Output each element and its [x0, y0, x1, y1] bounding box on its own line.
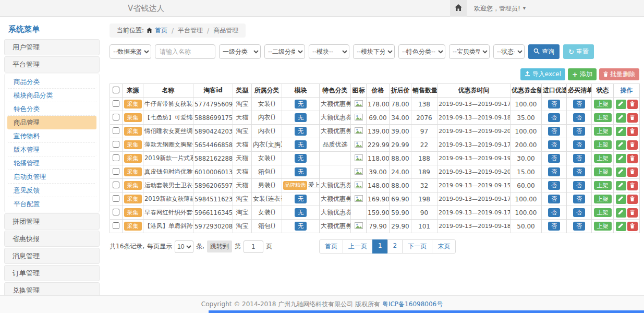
edit-button[interactable] — [616, 140, 626, 150]
delete-button[interactable] — [627, 113, 638, 123]
edit-button[interactable] — [616, 167, 626, 177]
sidebar-item-商品管理[interactable]: 商品管理 — [7, 116, 96, 129]
row-checkbox[interactable] — [113, 222, 119, 229]
select-all-checkbox[interactable] — [113, 87, 119, 93]
must-buy-badge[interactable]: 否 — [573, 208, 585, 218]
filter-select-7[interactable]: --宝贝类型-- — [449, 44, 490, 59]
sidebar-item-启动页管理[interactable]: 启动页管理 — [7, 170, 96, 184]
sidebar-item-商品分类[interactable]: 商品分类 — [7, 75, 96, 89]
status-badge[interactable]: 上架 — [594, 167, 612, 177]
row-checkbox[interactable] — [113, 195, 119, 202]
sidebar-group-兑换管理[interactable]: 兑换管理 — [4, 282, 100, 295]
status-badge[interactable]: 上架 — [594, 113, 612, 123]
delete-button[interactable] — [627, 195, 638, 204]
delete-button[interactable] — [627, 100, 638, 109]
row-checkbox[interactable] — [113, 141, 119, 148]
edit-button[interactable] — [616, 154, 626, 163]
status-badge[interactable]: 上架 — [594, 127, 612, 136]
page-button-2[interactable]: 2 — [387, 239, 403, 254]
filter-select-3[interactable]: --二级分类-- — [264, 44, 305, 59]
filter-select-4[interactable]: --模块-- — [309, 44, 349, 59]
jump-to-button[interactable]: 跳转到 — [207, 240, 232, 252]
module-badge[interactable]: 无 — [295, 100, 307, 109]
must-buy-badge[interactable]: 否 — [573, 100, 585, 109]
source-badge[interactable]: 采集 — [124, 154, 142, 163]
must-buy-badge[interactable]: 否 — [573, 127, 585, 136]
must-buy-badge[interactable]: 否 — [573, 140, 585, 150]
row-checkbox[interactable] — [113, 209, 119, 215]
import-select-badge[interactable]: 否 — [548, 195, 560, 204]
batch-delete-button[interactable]: 批量删除 — [599, 68, 639, 80]
per-page-select[interactable]: 10 — [175, 240, 193, 253]
status-badge[interactable]: 上架 — [594, 181, 612, 190]
import-select-badge[interactable]: 否 — [548, 208, 560, 218]
name-search-input[interactable] — [155, 44, 215, 59]
source-badge[interactable]: 采集 — [124, 222, 142, 231]
search-button[interactable]: 查询 — [528, 44, 560, 59]
delete-button[interactable] — [627, 208, 638, 218]
edit-button[interactable] — [616, 181, 626, 190]
module-badge[interactable]: 无 — [295, 154, 307, 163]
filter-select-2[interactable]: 一级分类 — [219, 44, 261, 59]
add-button[interactable]: + 添加 — [568, 68, 597, 80]
page-button-1[interactable]: 1 — [372, 239, 388, 254]
breadcrumb-home-link[interactable]: 首页 — [155, 26, 167, 35]
must-buy-badge[interactable]: 否 — [573, 113, 585, 123]
status-badge[interactable]: 上架 — [594, 208, 612, 218]
page-number-input[interactable] — [244, 240, 263, 253]
row-checkbox[interactable] — [113, 154, 119, 161]
source-badge[interactable]: 采集 — [124, 113, 142, 123]
filter-select-8[interactable]: --状态-- — [493, 44, 525, 59]
delete-button[interactable] — [627, 181, 638, 190]
sidebar-group-用户管理[interactable]: 用户管理 — [4, 39, 100, 55]
filter-select-5[interactable]: --模块下分类-- — [353, 44, 395, 59]
source-badge[interactable]: 采集 — [124, 127, 142, 136]
page-button-末页[interactable]: 末页 — [432, 239, 456, 254]
edit-button[interactable] — [616, 127, 626, 136]
page-button-下一页[interactable]: 下一页 — [402, 239, 432, 254]
sidebar-group-省惠快报[interactable]: 省惠快报 — [4, 231, 100, 247]
delete-button[interactable] — [627, 222, 638, 231]
status-badge[interactable]: 上架 — [594, 154, 612, 163]
must-buy-badge[interactable]: 否 — [573, 181, 585, 190]
row-checkbox[interactable] — [113, 182, 119, 188]
delete-button[interactable] — [627, 167, 638, 177]
module-badge[interactable]: 无 — [295, 140, 307, 150]
reset-button[interactable]: ↻ 重置 — [563, 44, 594, 59]
must-buy-badge[interactable]: 否 — [573, 195, 585, 204]
must-buy-badge[interactable]: 否 — [573, 167, 585, 177]
import-select-badge[interactable]: 否 — [548, 127, 560, 136]
import-select-badge[interactable]: 否 — [548, 222, 560, 231]
source-badge[interactable]: 采集 — [124, 167, 142, 177]
delete-button[interactable] — [627, 154, 638, 163]
source-badge[interactable]: 采集 — [124, 208, 142, 218]
edit-button[interactable] — [616, 113, 626, 123]
module-badge[interactable]: 无 — [295, 167, 307, 177]
sidebar-item-版本管理[interactable]: 版本管理 — [7, 143, 96, 156]
status-badge[interactable]: 上架 — [594, 222, 612, 231]
module-badge[interactable]: 无 — [295, 222, 307, 231]
sidebar-group-订单管理[interactable]: 订单管理 — [4, 265, 100, 281]
edit-button[interactable] — [616, 195, 626, 204]
sidebar-group-拼团管理[interactable]: 拼团管理 — [4, 213, 100, 230]
import-select-badge[interactable]: 否 — [548, 100, 560, 109]
sidebar-item-特色分类[interactable]: 特色分类 — [7, 102, 96, 116]
row-checkbox[interactable] — [113, 127, 119, 134]
import-select-badge[interactable]: 否 — [548, 181, 560, 190]
must-buy-badge[interactable]: 否 — [573, 154, 585, 163]
sidebar-item-平台配置[interactable]: 平台配置 — [7, 197, 96, 211]
row-checkbox[interactable] — [113, 114, 119, 121]
home-button[interactable] — [450, 0, 467, 17]
horizontal-scrollbar-thumb[interactable] — [209, 310, 644, 313]
edit-button[interactable] — [616, 222, 626, 231]
row-checkbox[interactable] — [113, 100, 119, 107]
filter-select-6[interactable]: --特色分类-- — [398, 44, 445, 59]
delete-button[interactable] — [627, 127, 638, 136]
import-excel-button[interactable]: 导入excel — [520, 68, 565, 80]
icp-link[interactable]: 粤ICP备16098006号 — [382, 300, 443, 309]
sidebar-item-轮播管理[interactable]: 轮播管理 — [7, 156, 96, 170]
module-badge[interactable]: 无 — [295, 127, 307, 136]
delete-button[interactable] — [627, 140, 638, 150]
module-badge[interactable]: 无 — [295, 113, 307, 123]
source-badge[interactable]: 采集 — [124, 140, 142, 150]
